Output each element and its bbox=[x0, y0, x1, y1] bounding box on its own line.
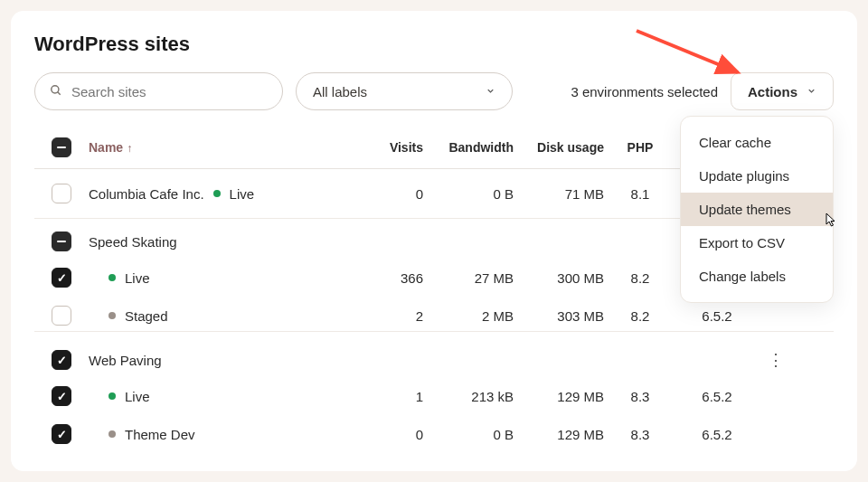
selection-summary: 3 environments selected bbox=[571, 84, 718, 99]
cell-visits: 366 bbox=[360, 270, 423, 286]
site-name: Speed Skating bbox=[89, 234, 177, 250]
cell-bandwidth: 213 kB bbox=[423, 389, 514, 404]
action-change-labels[interactable]: Change labels bbox=[681, 260, 833, 293]
cell-wp: 6.5.2 bbox=[676, 308, 758, 324]
status-dot-live bbox=[108, 392, 116, 400]
group-checkbox[interactable]: ✓ bbox=[52, 350, 71, 370]
col-bandwidth[interactable]: Bandwidth bbox=[423, 140, 514, 155]
col-php[interactable]: PHP bbox=[604, 140, 676, 155]
cell-php: 8.2 bbox=[604, 270, 676, 286]
cell-visits: 2 bbox=[360, 308, 423, 324]
action-update-themes[interactable]: Update themes bbox=[681, 193, 833, 226]
cell-disk: 303 MB bbox=[514, 308, 604, 324]
search-icon bbox=[50, 84, 62, 99]
cell-bandwidth: 0 B bbox=[423, 427, 514, 442]
cell-disk: 129 MB bbox=[514, 427, 604, 442]
cell-visits: 0 bbox=[360, 427, 423, 442]
labels-filter[interactable]: All labels bbox=[296, 72, 513, 110]
svg-line-1 bbox=[58, 91, 61, 94]
cell-disk: 129 MB bbox=[514, 389, 604, 404]
col-disk[interactable]: Disk usage bbox=[514, 140, 604, 155]
cell-disk: 300 MB bbox=[514, 270, 604, 286]
actions-dropdown: Clear cache Update plugins Update themes… bbox=[680, 116, 834, 303]
toolbar: All labels 3 environments selected Actio… bbox=[34, 72, 834, 110]
cell-bandwidth: 2 MB bbox=[423, 308, 514, 324]
chevron-down-icon bbox=[807, 86, 816, 98]
labels-filter-value: All labels bbox=[313, 84, 367, 99]
env-label: Live bbox=[125, 270, 150, 286]
cell-wp: 6.5.2 bbox=[676, 389, 758, 404]
site-group-header[interactable]: ✓ Web Paving ⋮ bbox=[34, 337, 834, 377]
env-row[interactable]: ✓ Live 1 213 kB 129 MB 8.3 6.5.2 bbox=[34, 377, 834, 415]
site-name: Columbia Cafe Inc. bbox=[89, 186, 204, 202]
row-checkbox[interactable] bbox=[52, 306, 71, 326]
cell-wp: 6.5.2 bbox=[676, 427, 758, 442]
action-clear-cache[interactable]: Clear cache bbox=[681, 126, 833, 159]
actions-button[interactable]: Actions bbox=[731, 72, 834, 110]
group-checkbox[interactable] bbox=[52, 232, 71, 251]
env-label: Live bbox=[125, 389, 150, 404]
status-dot-staged bbox=[108, 312, 116, 319]
search-input[interactable] bbox=[71, 84, 268, 99]
cell-php: 8.2 bbox=[604, 308, 676, 324]
cell-visits: 0 bbox=[360, 186, 423, 202]
row-checkbox[interactable]: ✓ bbox=[52, 424, 71, 444]
env-row[interactable]: ✓ Theme Dev 0 0 B 129 MB 8.3 6.5.2 bbox=[34, 415, 834, 453]
cell-php: 8.1 bbox=[604, 186, 676, 202]
status-dot-live bbox=[213, 190, 221, 197]
main-card: WordPress sites All labels 3 environment… bbox=[11, 11, 857, 471]
cell-php: 8.3 bbox=[604, 427, 676, 442]
header-checkbox[interactable] bbox=[52, 137, 71, 157]
env-label: Theme Dev bbox=[125, 427, 195, 442]
action-update-plugins[interactable]: Update plugins bbox=[681, 159, 833, 193]
status-dot-staged bbox=[108, 430, 116, 438]
col-visits[interactable]: Visits bbox=[360, 140, 423, 155]
env-label: Staged bbox=[125, 308, 168, 324]
page-title: WordPress sites bbox=[34, 33, 834, 56]
site-name: Web Paving bbox=[89, 353, 162, 368]
action-export-csv[interactable]: Export to CSV bbox=[681, 226, 833, 260]
sort-asc-icon: ↑ bbox=[127, 142, 132, 155]
cell-bandwidth: 27 MB bbox=[423, 270, 514, 286]
row-actions-menu[interactable]: ⋮ bbox=[758, 350, 794, 370]
cell-bandwidth: 0 B bbox=[423, 186, 514, 202]
cell-visits: 1 bbox=[360, 389, 423, 404]
row-checkbox[interactable] bbox=[52, 184, 71, 203]
chevron-down-icon bbox=[486, 86, 495, 98]
status-dot-live bbox=[108, 274, 116, 281]
svg-point-0 bbox=[52, 85, 59, 92]
cell-php: 8.3 bbox=[604, 389, 676, 404]
cell-disk: 71 MB bbox=[514, 186, 604, 202]
row-checkbox[interactable]: ✓ bbox=[52, 268, 71, 288]
env-label: Live bbox=[230, 186, 255, 202]
search-field[interactable] bbox=[34, 72, 283, 110]
actions-button-label: Actions bbox=[748, 84, 797, 99]
col-name[interactable]: Name↑ bbox=[89, 140, 360, 155]
row-checkbox[interactable]: ✓ bbox=[52, 386, 71, 406]
